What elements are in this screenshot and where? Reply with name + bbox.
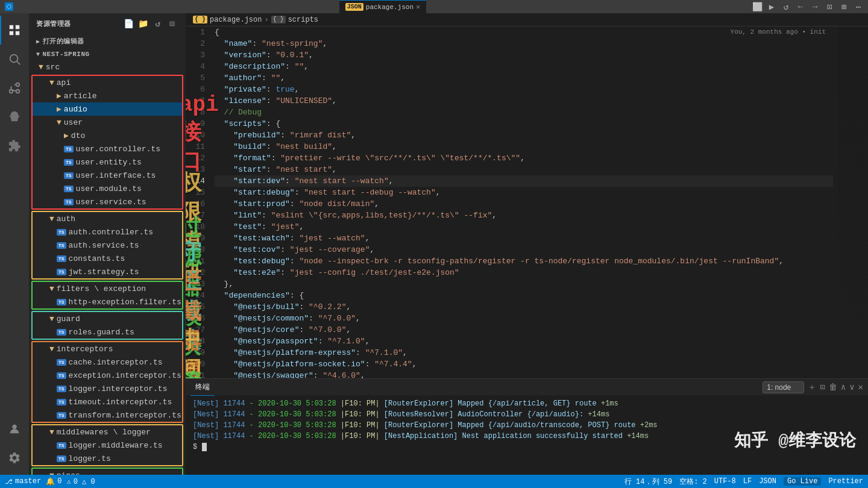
ts-icon: TS: [57, 412, 66, 419]
user-entity-file[interactable]: TS user.entity.ts: [33, 155, 182, 169]
logger-middleware-file[interactable]: TS logger.middleware.ts: [33, 439, 182, 452]
layout-icon[interactable]: ⊞: [839, 2, 849, 11]
breadcrumb: { } package.json › { } scripts: [186, 13, 868, 27]
back-icon[interactable]: ←: [796, 2, 805, 11]
git-branch-item[interactable]: ⎇ master: [5, 477, 41, 486]
transform-interceptor-file[interactable]: TS transform.interceptor.ts: [33, 408, 182, 422]
activity-account[interactable]: [0, 414, 29, 443]
error-warning-item[interactable]: ⚠ 0 △ 0: [66, 477, 95, 486]
guard-folder[interactable]: ▼ guard: [33, 312, 182, 325]
title-bar-tab[interactable]: JSON package.json ✕: [339, 0, 426, 13]
code-line: "dependencies": {: [215, 290, 833, 301]
audio-folder[interactable]: ▶ audio: [33, 102, 182, 116]
exception-interceptor-file[interactable]: TS exception.interceptor.ts: [33, 369, 182, 382]
terminal-line: [Nest] 11744 - 2020-10-30 5:03:28 |F10: …: [193, 420, 861, 431]
language-item[interactable]: JSON: [759, 477, 776, 486]
timeout-interceptor-file[interactable]: TS timeout.interceptor.ts: [33, 395, 182, 408]
user-folder[interactable]: ▼ user: [33, 116, 182, 129]
forward-icon[interactable]: →: [810, 2, 820, 11]
code-line: "test:e2e": "jest --config ./test/jest-e…: [215, 267, 833, 278]
project-header[interactable]: ▼ NEST-SPRING: [29, 48, 186, 60]
logger-interceptor-file[interactable]: TS logger.interceptor.ts: [33, 382, 182, 395]
terminal-trash-icon[interactable]: 🗑: [829, 383, 837, 392]
go-live-item[interactable]: Go Live: [784, 477, 821, 486]
split-icon[interactable]: ⊡: [825, 2, 834, 11]
code-line: "@nestjs/swagger": "^4.6.0",: [215, 370, 833, 378]
terminal-tab[interactable]: 终端: [190, 379, 215, 396]
code-line: "lint": "eslint \"{src,apps,libs,test}/*…: [215, 210, 833, 221]
terminal-down-icon[interactable]: ∨: [849, 382, 854, 392]
code-line: // Debug: [215, 107, 833, 118]
indentation-item[interactable]: 空格: 2: [679, 477, 707, 487]
auth-controller-file[interactable]: TS auth.controller.ts: [33, 225, 182, 239]
line-number: 1: [186, 27, 205, 38]
ts-icon: TS: [57, 359, 66, 366]
breadcrumb-file[interactable]: package.json: [210, 16, 262, 24]
new-file-icon[interactable]: 📄: [123, 18, 135, 30]
auth-service-file[interactable]: TS auth.service.ts: [33, 239, 182, 252]
user-interface-file[interactable]: TS user.interface.ts: [33, 169, 182, 182]
auth-controller-label: auth.controller.ts: [69, 228, 153, 237]
breadcrumb-section-icon: { }: [271, 16, 286, 23]
ts-icon: TS: [64, 159, 74, 166]
middlewares-folder[interactable]: ▼ middlewares \ logger: [33, 425, 182, 439]
auth-folder-icon: ▼: [49, 214, 54, 224]
svg-point-0: [10, 55, 18, 63]
activity-explorer[interactable]: [0, 16, 29, 45]
line-number: 2: [186, 38, 205, 49]
cache-interceptor-file[interactable]: TS cache.interceptor.ts: [33, 355, 182, 369]
activity-extensions[interactable]: [0, 131, 29, 160]
prettier-item[interactable]: Prettier: [828, 477, 863, 486]
line-number: 25: [186, 301, 205, 313]
git-branch-label: master: [15, 477, 41, 486]
article-folder[interactable]: ▶ article: [33, 89, 182, 102]
http-exception-file[interactable]: TS http-exception.filter.ts: [33, 295, 182, 308]
collapse-icon[interactable]: ⊡: [166, 18, 178, 30]
terminal-dropdown[interactable]: 1: node: [763, 381, 804, 393]
new-folder-icon[interactable]: 📁: [137, 18, 149, 30]
terminal-close-icon[interactable]: ✕: [858, 382, 863, 392]
user-service-file[interactable]: TS user.service.ts: [33, 195, 182, 208]
interceptors-folder[interactable]: ▼ interceptors: [33, 342, 182, 355]
constants-file[interactable]: TS constants.ts: [33, 252, 182, 265]
eol-item[interactable]: LF: [743, 477, 752, 486]
user-controller-file[interactable]: TS user.controller.ts: [33, 142, 182, 155]
terminal-add-icon[interactable]: ＋: [808, 382, 816, 393]
notification-item[interactable]: 🔔 0: [46, 477, 61, 486]
encoding-item[interactable]: UTF-8: [714, 477, 736, 486]
auth-folder[interactable]: ▼ auth: [33, 212, 182, 225]
maximize-icon[interactable]: ▶: [767, 2, 776, 11]
cursor-position-item[interactable]: 行 14，列 59: [624, 477, 672, 487]
code-area[interactable]: { "name": "nest-spring", "version": "0.0…: [210, 27, 838, 378]
logger-file[interactable]: TS logger.ts: [33, 452, 182, 465]
line-number: 4: [186, 61, 205, 72]
activity-debug[interactable]: [0, 102, 29, 131]
activity-search[interactable]: [0, 45, 29, 74]
minimize-icon[interactable]: ⬜: [752, 2, 762, 11]
sidebar-header: 资源管理器 📄 📁 ↺ ⊡: [29, 13, 186, 34]
pipes-folder[interactable]: ▼ pipes: [33, 469, 182, 475]
refresh-explorer-icon[interactable]: ↺: [152, 18, 164, 30]
more-icon[interactable]: ⋯: [854, 2, 863, 11]
dto-folder[interactable]: ▶ dto: [33, 129, 182, 142]
src-folder[interactable]: ▼ src: [29, 60, 186, 74]
git-icon: ⎇: [5, 478, 13, 486]
api-folder[interactable]: ▼ api: [33, 76, 182, 89]
terminal-up-icon[interactable]: ∧: [841, 382, 846, 392]
refresh-icon[interactable]: ↺: [781, 2, 791, 11]
breadcrumb-section[interactable]: scripts: [288, 16, 318, 24]
activity-git[interactable]: [0, 74, 29, 102]
auth-service-label: auth.service.ts: [69, 241, 139, 250]
user-controller-label: user.controller.ts: [76, 145, 160, 154]
ts-icon: TS: [57, 455, 66, 462]
roles-guard-file[interactable]: TS roles.guard.ts: [33, 325, 182, 339]
filters-folder[interactable]: ▼ filters \ exception: [33, 282, 182, 295]
tab-close-icon[interactable]: ✕: [416, 2, 420, 11]
jwt-strategy-file[interactable]: TS jwt.strategy.ts: [33, 265, 182, 278]
user-module-file[interactable]: TS user.module.ts: [33, 182, 182, 195]
code-line: "start:dev": "nest start --watch",You, 2…: [215, 175, 833, 187]
open-editors-header[interactable]: ▶ 打开的编辑器: [29, 34, 186, 48]
activity-settings[interactable]: [0, 443, 29, 472]
terminal-split-icon[interactable]: ⊡: [820, 382, 825, 392]
line-number: 3: [186, 49, 205, 61]
